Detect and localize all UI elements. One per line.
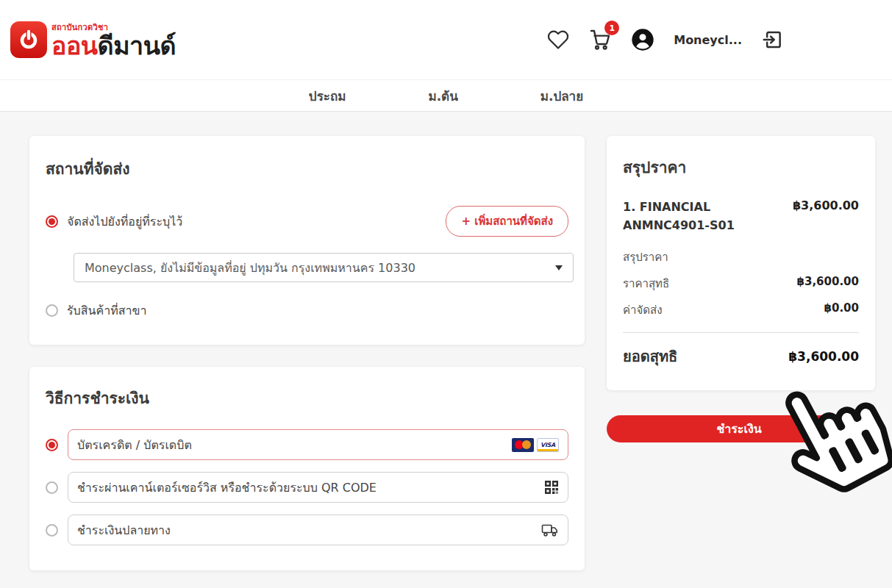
summary-divider <box>623 332 859 333</box>
heart-icon <box>547 29 569 51</box>
logo-brand: ออนดีมานด์ <box>51 33 176 58</box>
address-select[interactable]: Moneyclass, ยังไม่มีข้อมูลที่อยู่ ปทุมวั… <box>74 253 574 282</box>
logout-icon <box>761 29 783 51</box>
username-label[interactable]: Moneycl... <box>674 33 742 47</box>
cash-on-delivery-label: ชำระเงินปลายทาง <box>77 521 171 539</box>
payment-option-credit-card: บัตรเครดิต / บัตรเดบิต VISA <box>46 429 568 460</box>
payment-options: บัตรเครดิต / บัตรเดบิต VISA ชำระผ่านเคาน… <box>46 429 568 545</box>
card-brand-icons: VISA <box>512 438 559 452</box>
power-logo-icon <box>10 21 47 58</box>
delivery-truck-icon <box>541 523 559 537</box>
address-select-value: Moneyclass, ยังไม่มีข้อมูลที่อยู่ ปทุมวั… <box>85 259 415 277</box>
cash-on-delivery-option-box[interactable]: ชำระเงินปลายทาง <box>68 514 568 545</box>
payment-option-counter-qr: ชำระผ่านเคาน์เตอร์เซอร์วิส หรือชำระด้วยร… <box>46 472 568 503</box>
user-avatar-icon <box>631 28 654 51</box>
summary-title: สรุปราคา <box>623 155 859 179</box>
shipping-card: สถานที่จัดส่ง จัดส่งไปยังที่อยู่ที่ระบุไ… <box>29 136 585 345</box>
payment-title: วิธีการชำระเงิน <box>46 386 568 410</box>
left-column: สถานที่จัดส่ง จัดส่งไปยังที่อยู่ที่ระบุไ… <box>29 136 585 588</box>
radio-unselected-icon[interactable] <box>46 524 58 537</box>
logo-text: สถาบันกวดวิชา ออนดีมานด์ <box>51 24 176 58</box>
nav-item-mton[interactable]: ม.ต้น <box>428 86 457 106</box>
deliver-to-address-label: จัดส่งไปยังที่อยู่ที่ระบุไว้ <box>67 212 182 231</box>
summary-net-price-row: ราคาสุทธิ ฿3,600.00 <box>623 275 859 293</box>
radio-option-pickup-at-branch[interactable]: รับสินค้าที่สาขา <box>46 301 568 320</box>
summary-item-price: ฿3,600.00 <box>793 198 859 235</box>
logout-button[interactable] <box>761 29 783 51</box>
cart-button[interactable]: 1 <box>588 28 612 51</box>
credit-card-label: บัตรเครดิต / บัตรเดบิต <box>77 436 192 454</box>
radio-unselected-icon[interactable] <box>46 304 58 317</box>
summary-shipping-fee-row: ค่าจัดส่ง ฿0.00 <box>623 301 859 319</box>
radio-selected-icon[interactable] <box>46 215 58 228</box>
counter-qr-option-box[interactable]: ชำระผ่านเคาน์เตอร์เซอร์วิส หรือชำระด้วยร… <box>68 472 568 503</box>
radio-option-deliver-to-address[interactable]: จัดส่งไปยังที่อยู่ที่ระบุไว้ <box>46 212 182 231</box>
radio-unselected-icon[interactable] <box>46 481 58 494</box>
radio-selected-icon[interactable] <box>46 439 58 451</box>
shipping-title: สถานที่จัดส่ง <box>46 157 568 181</box>
summary-item-row: 1. FINANCIAL ANMNC4901-S01 ฿3,600.00 <box>623 198 859 235</box>
qr-code-icon <box>544 480 559 495</box>
header-actions: 1 Moneycl... <box>547 28 783 51</box>
payment-card: วิธีการชำระเงิน บัตรเครดิต / บัตรเดบิต V… <box>29 367 585 570</box>
nav-item-prathom[interactable]: ประถม <box>309 86 346 106</box>
pay-button[interactable]: ชำระเงิน <box>607 415 871 442</box>
payment-option-cash-on-delivery: ชำระเงินปลายทาง <box>46 514 568 545</box>
account-button[interactable] <box>631 28 654 51</box>
pickup-at-branch-label: รับสินค้าที่สาขา <box>67 301 146 320</box>
add-address-button[interactable]: + เพิ่มสถานที่จัดส่ง <box>446 206 568 237</box>
site-logo[interactable]: สถาบันกวดวิชา ออนดีมานด์ <box>10 21 176 58</box>
credit-card-option-box[interactable]: บัตรเครดิต / บัตรเดบิต VISA <box>68 429 568 460</box>
wishlist-button[interactable] <box>547 29 569 51</box>
summary-subheading: สรุปราคา <box>623 248 859 266</box>
main-content: สถานที่จัดส่ง จัดส่งไปยังที่อยู่ที่ระบุไ… <box>0 112 892 588</box>
checkout-page: สถาบันกวดวิชา ออนดีมานด์ 1 <box>0 0 892 588</box>
order-summary-card: สรุปราคา 1. FINANCIAL ANMNC4901-S01 ฿3,6… <box>607 136 875 390</box>
summary-total-row: ยอดสุทธิ ฿3,600.00 <box>623 345 859 368</box>
chevron-down-icon <box>555 265 563 270</box>
summary-item-name: 1. FINANCIAL ANMNC4901-S01 <box>623 198 735 235</box>
shipping-address-row: จัดส่งไปยังที่อยู่ที่ระบุไว้ + เพิ่มสถาน… <box>46 206 568 237</box>
mastercard-icon <box>512 438 534 452</box>
counter-qr-label: ชำระผ่านเคาน์เตอร์เซอร์วิส หรือชำระด้วยร… <box>77 478 377 497</box>
header: สถาบันกวดวิชา ออนดีมานด์ 1 <box>0 0 892 79</box>
cart-count-badge: 1 <box>604 21 619 35</box>
visa-icon: VISA <box>537 438 559 452</box>
nav-item-mplai[interactable]: ม.ปลาย <box>540 86 583 106</box>
right-column: สรุปราคา 1. FINANCIAL ANMNC4901-S01 ฿3,6… <box>607 136 875 588</box>
category-nav: ประถม ม.ต้น ม.ปลาย <box>0 79 892 112</box>
